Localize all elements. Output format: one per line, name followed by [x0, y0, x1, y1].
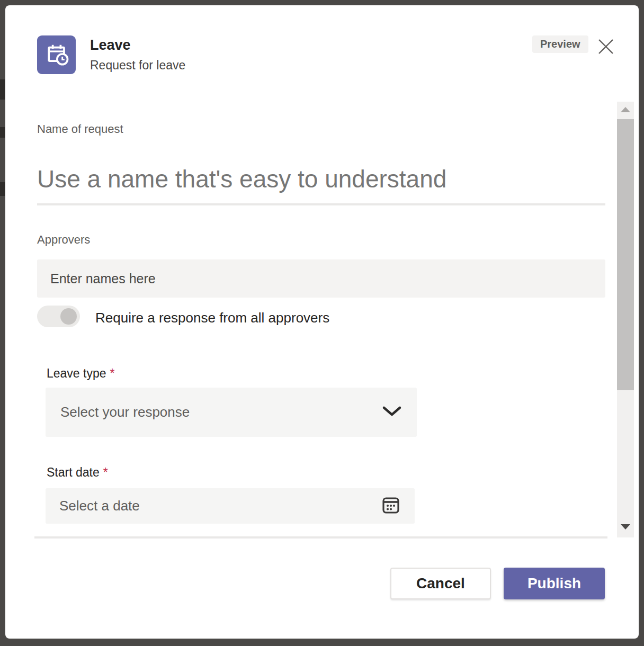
cancel-button[interactable]: Cancel	[390, 568, 491, 599]
calendar-icon	[381, 495, 401, 517]
scroll-down-icon[interactable]	[621, 524, 630, 530]
approvers-label: Approvers	[37, 233, 90, 247]
app-subtitle: Request for leave	[90, 58, 185, 73]
toggle-knob	[60, 308, 77, 325]
required-marker: *	[110, 366, 115, 380]
chevron-down-icon	[382, 406, 402, 419]
name-of-request-label: Name of request	[37, 122, 123, 136]
require-response-label: Require a response from all approvers	[95, 310, 329, 326]
start-date-picker[interactable]: Select a date	[46, 488, 415, 524]
publish-button[interactable]: Publish	[504, 568, 605, 599]
backdrop-artifact	[0, 182, 5, 196]
start-date-label: Start date*	[47, 465, 108, 480]
required-marker: *	[103, 465, 108, 479]
start-date-label-text: Start date	[47, 465, 100, 479]
request-name-input[interactable]	[37, 160, 605, 198]
leave-request-dialog: Leave Request for leave Preview Name of …	[5, 5, 639, 639]
name-input-underline	[37, 203, 605, 205]
app-title: Leave	[90, 37, 131, 53]
footer-divider	[34, 536, 607, 539]
leave-type-dropdown[interactable]: Select your response	[46, 388, 417, 437]
preview-badge: Preview	[532, 35, 588, 53]
close-button[interactable]	[596, 38, 615, 57]
backdrop-artifact	[0, 127, 5, 138]
leave-type-label-text: Leave type	[47, 366, 106, 380]
start-date-placeholder: Select a date	[59, 498, 381, 514]
leave-type-placeholder: Select your response	[60, 404, 382, 420]
leave-type-label: Leave type*	[47, 366, 114, 381]
close-icon	[597, 38, 615, 57]
scrollbar[interactable]	[617, 102, 634, 537]
scrollbar-thumb[interactable]	[617, 119, 634, 390]
leave-app-icon	[37, 35, 76, 74]
require-response-toggle[interactable]	[37, 306, 80, 327]
calendar-clock-icon	[44, 42, 69, 68]
approvers-input[interactable]	[37, 259, 605, 298]
scroll-up-icon[interactable]	[621, 107, 630, 112]
backdrop-artifact	[0, 79, 5, 100]
